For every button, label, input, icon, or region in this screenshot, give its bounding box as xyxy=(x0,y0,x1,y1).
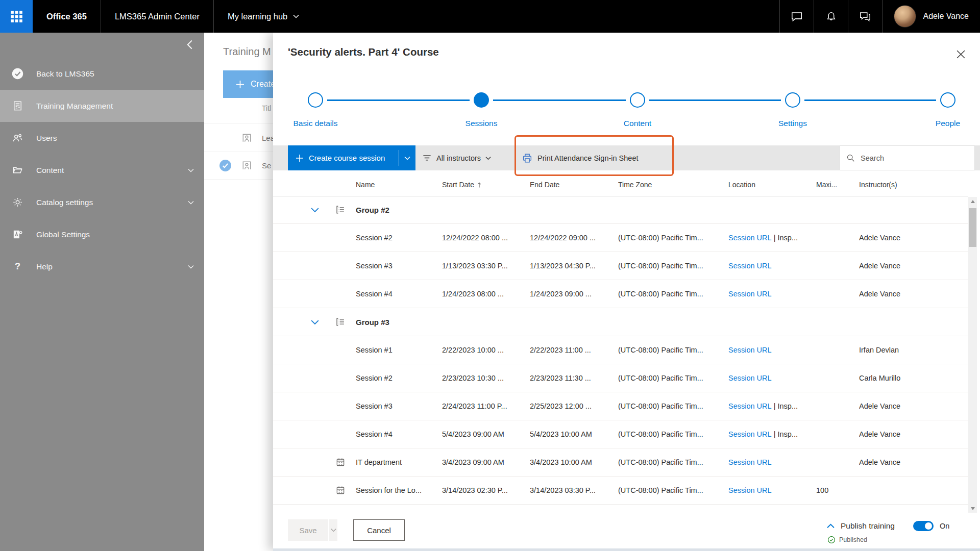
step-connector xyxy=(493,99,626,101)
scroll-down-arrow[interactable] xyxy=(968,504,977,513)
modal-dim-overlay xyxy=(0,33,273,551)
session-row: Session #212/24/2022 08:00 ...12/24/2022… xyxy=(273,224,968,252)
location-extra: | Insp... xyxy=(772,234,798,242)
step-label-content[interactable]: Content xyxy=(597,119,678,128)
session-row: Session #32/24/2023 11:00 P...2/25/2023 … xyxy=(273,392,968,420)
step-connector xyxy=(327,99,470,101)
close-button[interactable] xyxy=(954,48,967,60)
session-max-participants: 100 xyxy=(816,486,859,494)
session-end-date: 2/23/2023 11:30 ... xyxy=(530,374,618,382)
step-label-sessions[interactable]: Sessions xyxy=(440,119,522,128)
publish-toggle[interactable] xyxy=(913,521,934,531)
column-header-maxi[interactable]: Maxi... xyxy=(816,181,859,189)
session-start-date: 2/23/2023 10:30 ... xyxy=(442,374,530,382)
session-start-date: 1/24/2023 08:00 ... xyxy=(442,290,530,298)
scroll-up-arrow[interactable] xyxy=(968,197,977,206)
session-location: Session URL xyxy=(728,374,816,382)
search-input[interactable] xyxy=(860,154,968,163)
session-timezone: (UTC-08:00) Pacific Tim... xyxy=(618,402,728,410)
step-label-basic-details[interactable]: Basic details xyxy=(275,119,356,128)
topbar-brand-lms365-admin-center[interactable]: LMS365 Admin Center xyxy=(101,0,213,33)
feedback-icon xyxy=(859,10,872,23)
step-circle-settings[interactable] xyxy=(785,92,800,108)
save-label: Save xyxy=(288,519,328,541)
session-timezone: (UTC-08:00) Pacific Tim... xyxy=(618,486,728,494)
session-location: Session URL xyxy=(728,486,816,494)
chat-button[interactable] xyxy=(779,0,814,33)
column-header-instructor-s[interactable]: Instructor(s) xyxy=(859,181,968,189)
collapse-publish-icon[interactable] xyxy=(827,523,835,529)
session-instructor: Adele Vance xyxy=(859,290,968,298)
column-header-name[interactable]: Name xyxy=(356,181,442,189)
cancel-button[interactable]: Cancel xyxy=(353,519,405,541)
step-circle-basic-details[interactable] xyxy=(308,92,323,108)
print-attendance-label: Print Attendance Sign-in Sheet xyxy=(537,154,639,162)
expand-chevron[interactable] xyxy=(305,319,325,325)
session-instructor: Adele Vance xyxy=(859,234,968,242)
session-search[interactable] xyxy=(840,145,975,170)
session-name: IT department xyxy=(356,458,442,466)
column-header-time-zone[interactable]: Time Zone xyxy=(618,181,728,189)
session-url-link[interactable]: Session URL xyxy=(728,486,772,494)
session-url-link[interactable]: Session URL xyxy=(728,262,772,270)
column-header-start-date[interactable]: Start Date xyxy=(442,181,530,189)
create-session-dropdown[interactable] xyxy=(399,145,415,170)
session-url-link[interactable]: Session URL xyxy=(728,234,772,242)
topbar-brand: Office 365LMS365 Admin CenterMy learning… xyxy=(33,0,313,33)
session-instructor: Adele Vance xyxy=(859,430,968,438)
scrollbar-thumb[interactable] xyxy=(969,208,976,247)
column-header-location[interactable]: Location xyxy=(728,181,816,189)
save-button[interactable]: Save xyxy=(288,519,337,541)
modal-bottom-edge xyxy=(273,548,980,551)
session-url-link[interactable]: Session URL xyxy=(728,290,772,298)
session-start-date: 5/4/2023 09:00 AM xyxy=(442,430,530,438)
step-connector xyxy=(804,99,936,101)
session-location: Session URL xyxy=(728,290,816,298)
session-location: Session URL xyxy=(728,458,816,466)
expand-chevron[interactable] xyxy=(305,207,325,213)
instructor-filter-dropdown[interactable]: All instructors xyxy=(422,145,491,170)
session-name: Session #4 xyxy=(356,290,442,298)
session-end-date: 2/22/2023 11:00 ... xyxy=(530,346,618,354)
session-timezone: (UTC-08:00) Pacific Tim... xyxy=(618,290,728,298)
account-menu[interactable]: Adele Vance xyxy=(882,0,980,33)
course-dialog: 'Security alerts. Part 4' Course Basic d… xyxy=(273,33,980,551)
session-url-link[interactable]: Session URL xyxy=(728,374,772,382)
session-timezone: (UTC-08:00) Pacific Tim... xyxy=(618,346,728,354)
group-icon xyxy=(325,316,356,328)
session-name: Group #3 xyxy=(356,318,442,327)
avatar xyxy=(894,5,916,28)
feedback-button[interactable] xyxy=(848,0,882,33)
table-scrollbar[interactable] xyxy=(968,197,977,513)
toggle-knob xyxy=(925,522,932,530)
step-circle-sessions[interactable] xyxy=(474,92,489,108)
column-header-end-date[interactable]: End Date xyxy=(530,181,618,189)
session-url-link[interactable]: Session URL xyxy=(728,458,772,466)
create-course-session-button[interactable]: Create course session xyxy=(288,145,415,170)
session-instructor: Adele Vance xyxy=(859,402,968,410)
bell-icon xyxy=(825,10,838,23)
topbar-brand-my-learning-hub[interactable]: My learning hub xyxy=(213,0,313,33)
chevron-down-icon xyxy=(311,319,319,325)
step-circle-people[interactable] xyxy=(940,92,955,108)
table-header: NameStart DateEnd DateTime ZoneLocationM… xyxy=(273,173,968,196)
session-url-link[interactable]: Session URL xyxy=(728,346,772,354)
calendar-icon xyxy=(325,457,356,467)
app-launcher-button[interactable] xyxy=(0,0,33,33)
topbar-brand-office-365[interactable]: Office 365 xyxy=(33,0,101,33)
brand-label: Office 365 xyxy=(46,12,87,21)
session-end-date: 12/24/2022 09:00 ... xyxy=(530,234,618,242)
session-name: Session #3 xyxy=(356,262,442,270)
step-circle-content[interactable] xyxy=(630,92,645,108)
session-start-date: 1/13/2023 03:30 P... xyxy=(442,262,530,270)
step-label-settings[interactable]: Settings xyxy=(752,119,834,128)
print-attendance-button[interactable]: Print Attendance Sign-in Sheet xyxy=(522,145,639,170)
save-dropdown[interactable] xyxy=(329,519,337,541)
session-start-date: 3/4/2023 09:00 AM xyxy=(442,458,530,466)
step-label-people[interactable]: People xyxy=(907,119,980,128)
bell-button[interactable] xyxy=(814,0,848,33)
session-url-link[interactable]: Session URL xyxy=(728,430,772,438)
session-row: Session #22/23/2023 10:30 ...2/23/2023 1… xyxy=(273,364,968,392)
session-url-link[interactable]: Session URL xyxy=(728,402,772,410)
group-row: Group #2 xyxy=(273,196,968,224)
